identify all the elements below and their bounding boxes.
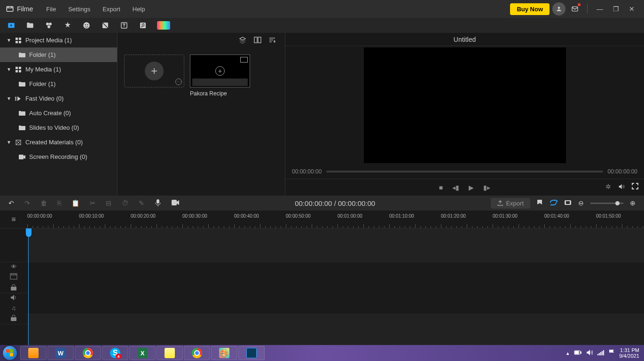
sidebar-slides-video[interactable]: Slides to Video (0) (0, 120, 117, 135)
grid-icon (15, 37, 22, 44)
more-icon[interactable]: ⋯ (175, 78, 182, 85)
taskbar-app-stickynotes[interactable] (157, 346, 183, 360)
sidebar-folder-my[interactable]: Folder (1) (0, 77, 117, 91)
preview-panel: Untitled 00:00:00:00 00:00:00:00 ■ ◂▮ ▶ … (285, 33, 644, 196)
systray-date[interactable]: 9/4/2021 (619, 353, 639, 359)
timeline-ruler[interactable]: 00:00:00:0000:00:10:0000:00:20:0000:00:3… (27, 211, 644, 228)
svg-rect-15 (157, 21, 170, 30)
speaker-icon[interactable] (10, 295, 17, 302)
folder-icon[interactable] (25, 21, 35, 30)
timeline-timecode: 00:00:00:00 / 00:00:00:00 (189, 199, 480, 207)
sidebar-fast-video[interactable]: ▼ Fast Video (0) (0, 91, 117, 106)
stop-icon[interactable]: ■ (439, 184, 443, 191)
timeline-menu-icon[interactable]: ≡ (11, 215, 16, 224)
sidebar-folder-project[interactable]: Folder (1) (0, 47, 117, 62)
next-frame-icon[interactable]: ▮▸ (483, 184, 490, 191)
sidebar-auto-create[interactable]: Auto Create (0) (0, 106, 117, 120)
media-icon[interactable] (7, 21, 16, 30)
export-button[interactable]: Export (491, 198, 530, 209)
tree-label: Fast Video (0) (25, 95, 63, 102)
network-icon[interactable] (597, 350, 604, 356)
crop-icon[interactable] (564, 199, 572, 207)
timeline-tracks[interactable] (27, 228, 644, 345)
taskbar-app-chrome[interactable] (75, 346, 101, 360)
import-media-button[interactable]: + ⋯ (124, 55, 184, 87)
menu-help[interactable]: Help (128, 4, 150, 15)
settings-gear-icon[interactable]: ✲ (605, 183, 611, 192)
prev-frame-icon[interactable]: ◂▮ (452, 184, 459, 191)
taskbar-app-word[interactable]: W (47, 346, 74, 360)
repeat-icon[interactable] (549, 199, 558, 207)
paste-icon[interactable]: 📋 (71, 199, 79, 207)
systray-time[interactable]: 1:31 PM (619, 347, 639, 353)
menu-settings[interactable]: Settings (63, 4, 95, 15)
taskbar-app-paint[interactable]: 🎨 (211, 346, 237, 360)
grid-view-icon[interactable] (254, 37, 261, 45)
volume-icon[interactable] (618, 183, 625, 192)
redo-icon[interactable]: ↷ (24, 199, 30, 207)
sort-icon[interactable] (269, 37, 275, 45)
audio-icon[interactable] (138, 21, 148, 30)
taskbar-app-mediaplayer[interactable] (20, 346, 47, 360)
menu-export[interactable]: Export (98, 4, 125, 15)
zoom-slider[interactable] (590, 203, 623, 204)
close-button[interactable]: ✕ (625, 2, 638, 16)
transitions-icon[interactable] (101, 21, 110, 30)
color-icon[interactable]: ✎ (139, 199, 144, 207)
buy-now-button[interactable]: Buy Now (510, 3, 550, 15)
marker-icon[interactable] (537, 199, 542, 207)
mic-record-icon[interactable] (155, 199, 161, 208)
lock-icon[interactable] (11, 314, 16, 322)
lock-icon[interactable] (11, 284, 16, 292)
sidebar-my-media[interactable]: ▼ My Media (1) (0, 62, 117, 77)
battery-icon[interactable] (574, 350, 581, 356)
maximize-button[interactable]: ❐ (609, 2, 622, 16)
ruler-label: 00:00:30:00 (182, 213, 207, 219)
undo-icon[interactable]: ↶ (8, 199, 14, 207)
svg-rect-25 (19, 155, 24, 159)
eye-icon[interactable]: 👁 (11, 263, 17, 270)
taskbar-app-chrome2[interactable] (184, 346, 210, 360)
svg-point-9 (87, 24, 88, 25)
layers-icon[interactable] (239, 36, 246, 45)
ruler-label: 00:00:00:00 (27, 213, 52, 219)
playhead[interactable] (28, 228, 29, 345)
split-icon[interactable]: ⊟ (106, 199, 111, 207)
taskbar-app-filme[interactable] (238, 346, 265, 360)
flag-icon[interactable] (609, 349, 614, 357)
sidebar-project-media[interactable]: ▼ Project Media (1) (0, 33, 117, 47)
resources-icon[interactable] (157, 21, 170, 30)
start-button[interactable] (0, 345, 20, 361)
clip-thumbnail[interactable]: + (190, 55, 250, 87)
play-icon[interactable]: ▶ (469, 184, 474, 191)
fullscreen-icon[interactable] (632, 183, 638, 192)
clip-caption-strip (192, 78, 248, 86)
effects-icon[interactable] (44, 21, 54, 30)
add-to-timeline-icon[interactable]: + (215, 66, 225, 76)
minimize-button[interactable]: — (593, 2, 606, 16)
caret-icon: ▼ (7, 96, 11, 101)
text-icon[interactable] (119, 21, 129, 30)
taskbar-app-excel[interactable]: X (129, 346, 156, 360)
filters-icon[interactable] (63, 21, 72, 30)
copy-icon[interactable]: ⎘ (57, 199, 61, 207)
video-viewport[interactable] (364, 47, 566, 163)
webcam-record-icon[interactable] (172, 199, 179, 207)
preview-seek-bar[interactable] (326, 171, 603, 173)
cut-icon[interactable]: ✂ (90, 199, 95, 207)
account-icon[interactable] (552, 2, 565, 16)
sidebar-created-materials[interactable]: ▼ Created Materials (0) (0, 135, 117, 149)
zoom-out-icon[interactable]: ⊖ (578, 199, 584, 207)
preview-time-current: 00:00:00:00 (292, 168, 322, 175)
stickers-icon[interactable] (82, 21, 91, 30)
delete-icon[interactable]: 🗑 (40, 199, 47, 207)
menu-file[interactable]: File (41, 4, 61, 15)
notification-icon[interactable] (568, 2, 581, 16)
systray-expand-icon[interactable]: ▴ (566, 350, 569, 356)
zoom-in-icon[interactable]: ⊕ (630, 199, 636, 207)
media-clip[interactable]: + Pakora Recipe (190, 55, 251, 97)
sidebar-screen-recording[interactable]: Screen Recording (0) (0, 149, 117, 164)
volume-systray-icon[interactable] (586, 350, 593, 356)
speed-icon[interactable]: ⏱ (122, 199, 128, 207)
taskbar-app-skype[interactable]: S4 (102, 346, 128, 360)
